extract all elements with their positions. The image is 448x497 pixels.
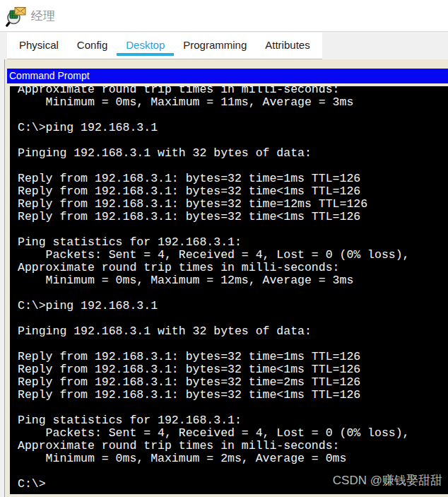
tab-desktop[interactable]: Desktop xyxy=(117,33,174,56)
window-titlebar: 经理 xyxy=(0,0,448,32)
tab-attributes[interactable]: Attributes xyxy=(256,33,319,53)
tab-panel: PhysicalConfigDesktopProgrammingAttribut… xyxy=(7,33,322,59)
pc-magnifier-envelope-icon xyxy=(6,6,27,27)
terminal[interactable]: Approximate round trip times in milli-se… xyxy=(10,86,448,494)
desktop-tab-content: Command Prompt Approximate round trip ti… xyxy=(0,59,448,497)
tab-bar: PhysicalConfigDesktopProgrammingAttribut… xyxy=(0,33,448,59)
command-prompt-titlebar: Command Prompt xyxy=(7,69,448,83)
terminal-output-text: Approximate round trip times in milli-se… xyxy=(10,86,448,491)
tab-physical[interactable]: Physical xyxy=(10,33,68,53)
left-frame-strip xyxy=(0,59,5,497)
tab-programming[interactable]: Programming xyxy=(174,33,256,53)
window-title: 经理 xyxy=(31,8,55,24)
tab-config[interactable]: Config xyxy=(68,33,117,53)
watermark: CSDN @赚钱娶甜甜 xyxy=(333,472,442,489)
